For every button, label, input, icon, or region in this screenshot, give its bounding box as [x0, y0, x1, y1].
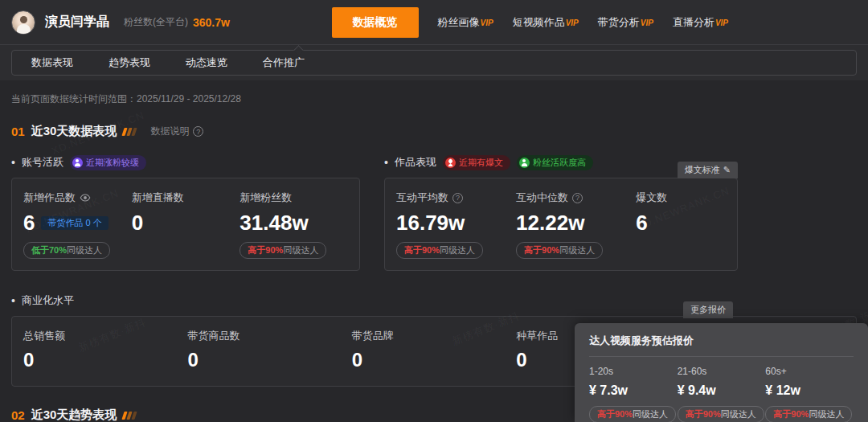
popup-title: 达人视频服务预估报价	[589, 334, 854, 357]
date-range-label: 当前页面数据统计时间范围：	[11, 93, 137, 104]
quote-21-60s: 21-60s ¥ 9.4w 高于90%同级达人	[678, 366, 766, 422]
profile-avatar[interactable]	[11, 10, 35, 35]
works-performance-card: 爆文标准 ✎ 互动平均数 ? 16.79w 高于90%同级达人 互动中位数	[384, 178, 738, 271]
user-down-icon	[72, 158, 83, 168]
metric-product-count: 带货商品数 0	[187, 329, 351, 375]
tab-commerce-analysis[interactable]: 带货分析VIP	[598, 15, 653, 30]
bullet-icon: •	[11, 156, 15, 169]
panel-title: 商业化水平	[22, 293, 74, 308]
benchmark-pill: 高于90%同级达人	[678, 406, 764, 422]
account-activity-panel: • 账号活跃 近期涨粉较缓 新增作品数 6 带货作品 0 个	[11, 155, 360, 271]
vip-badge: VIP	[481, 18, 493, 27]
subnav-caret	[293, 45, 304, 55]
works-performance-panel: • 作品表现 近期有爆文 粉丝活跃度高 爆文标准 ✎ 互动平	[384, 155, 738, 271]
metric-burst-count: 爆文数 6	[636, 191, 726, 259]
account-activity-card: 新增作品数 6 带货作品 0 个 低于70%同级达人 新增直播数 0	[11, 178, 360, 271]
vip-badge: VIP	[566, 18, 579, 27]
subnav-band: 数据表现 趋势表现 动态速览 合作推广	[0, 45, 868, 80]
metric-total-sales: 总销售额 0	[23, 329, 187, 375]
eye-icon[interactable]	[80, 192, 91, 203]
section-name: 近30天数据表现	[31, 124, 117, 139]
fans-count-label: 粉丝数(全平台)	[124, 15, 188, 29]
bullet-icon: •	[384, 156, 388, 169]
benchmark-pill: 高于90%同级达人	[396, 242, 483, 259]
fans-active-badge: 粉丝活跃度高	[517, 155, 593, 170]
date-range-value: 2025/11/29 - 2025/12/28	[137, 93, 241, 104]
profile-name: 演员闫学晶	[45, 14, 109, 31]
section-number: 01	[11, 125, 25, 138]
data-description-link[interactable]: 数据说明	[150, 125, 189, 138]
top-nav: 数据概览 粉丝画像VIP 短视频作品VIP 带货分析VIP 直播分析VIP	[332, 7, 729, 38]
date-range-line: 当前页面数据统计时间范围：2025/11/29 - 2025/12/28	[11, 80, 857, 106]
more-quotes-button[interactable]: 更多报价	[683, 301, 733, 318]
section-number: 02	[11, 408, 25, 422]
metric-new-fans: 新增粉丝数 31.48w 高于90%同级达人	[240, 191, 348, 259]
metric-brand-count: 带货品牌 0	[352, 329, 516, 375]
commerce-works-tag: 带货作品 0 个	[41, 216, 108, 230]
tab-short-video-works[interactable]: 短视频作品VIP	[513, 15, 579, 30]
video-quote-popup: 达人视频服务预估报价 1-20s ¥ 7.3w 高于90%同级达人 21-60s…	[575, 323, 868, 422]
help-icon[interactable]: ?	[572, 193, 583, 203]
metric-median-interaction: 互动中位数 ? 12.22w 高于90%同级达人	[516, 191, 636, 259]
benchmark-pill: 低于70%同级达人	[23, 242, 110, 259]
flame-icon	[445, 158, 456, 168]
tab-live-analysis[interactable]: 直播分析VIP	[673, 15, 728, 30]
fans-count-value: 360.7w	[193, 16, 230, 29]
tab-fans-profile[interactable]: 粉丝画像VIP	[438, 15, 493, 30]
burst-standard-button[interactable]: 爆文标准 ✎	[678, 162, 738, 178]
help-icon[interactable]: ?	[193, 126, 203, 137]
metric-avg-interaction: 互动平均数 ? 16.79w 高于90%同级达人	[396, 191, 516, 259]
metric-new-works: 新增作品数 6 带货作品 0 个 低于70%同级达人	[23, 191, 132, 259]
benchmark-pill: 高于90%同级达人	[516, 242, 603, 259]
top-header: 演员闫学晶 粉丝数(全平台) 360.7w 数据概览 粉丝画像VIP 短视频作品…	[0, 0, 868, 45]
subnav-trend-performance[interactable]: 趋势表现	[108, 55, 150, 70]
panel-title: 账号活跃	[22, 155, 63, 170]
metric-new-lives: 新增直播数 0	[132, 191, 240, 259]
tab-data-overview[interactable]: 数据概览	[332, 7, 419, 38]
section-name: 近30天趋势表现	[31, 408, 117, 422]
edit-pencil-icon: ✎	[723, 165, 731, 175]
subnav-activity-overview[interactable]: 动态速览	[186, 55, 227, 70]
hot-content-badge: 近期有爆文	[443, 155, 510, 170]
quote-1-20s: 1-20s ¥ 7.3w 高于90%同级达人	[589, 366, 678, 422]
slow-growth-badge: 近期涨粉较缓	[70, 155, 146, 170]
panel-title: 作品表现	[395, 155, 436, 170]
help-icon[interactable]: ?	[452, 193, 463, 203]
bullet-icon: •	[11, 294, 15, 307]
subnav-cooperation-promo[interactable]: 合作推广	[263, 55, 305, 70]
benchmark-pill: 高于90%同级达人	[240, 242, 326, 259]
section-01-title: 01 近30天数据表现 数据说明 ?	[11, 124, 857, 139]
subnav-data-performance[interactable]: 数据表现	[31, 55, 73, 70]
vip-badge: VIP	[641, 18, 653, 27]
benchmark-pill: 高于90%同级达人	[589, 406, 676, 422]
quote-60s-plus: 60s+ ¥ 12w 高于90%同级达人	[765, 366, 854, 422]
vip-badge: VIP	[715, 18, 728, 27]
user-up-icon	[519, 158, 530, 168]
quote-icon	[123, 128, 136, 136]
subnav-bar: 数据表现 趋势表现 动态速览 合作推广	[11, 50, 857, 76]
quote-icon	[123, 412, 136, 420]
benchmark-pill: 高于90%同级达人	[765, 406, 852, 422]
